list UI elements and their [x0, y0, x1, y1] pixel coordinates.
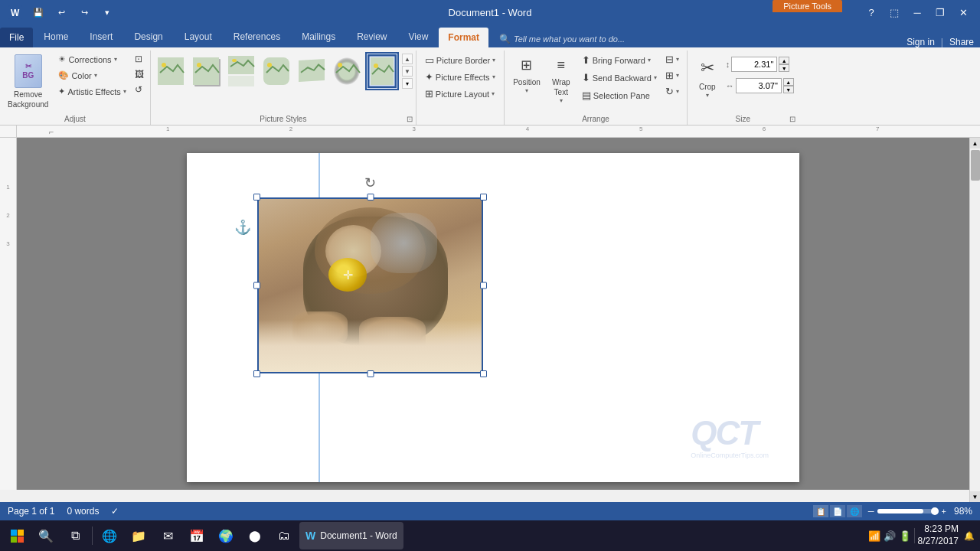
picture-style-3[interactable]: [224, 52, 258, 90]
sign-in-button[interactable]: Sign in: [906, 37, 935, 47]
change-picture-button[interactable]: 🖼: [132, 67, 147, 81]
picture-border-button[interactable]: ▭ Picture Border ▾: [421, 52, 499, 68]
wrap-text-button[interactable]: ≡ WrapText ▾: [546, 52, 577, 107]
word-taskbar-item[interactable]: W Document1 - Word: [299, 522, 403, 549]
zoom-in-button[interactable]: +: [942, 507, 946, 516]
tab-review[interactable]: Review: [346, 26, 397, 47]
group-button[interactable]: ⊞ ▾: [662, 68, 682, 83]
handle-sw[interactable]: [253, 370, 260, 377]
scroll-thumb[interactable]: [971, 150, 980, 181]
tab-mailings[interactable]: Mailings: [291, 26, 346, 47]
tab-view[interactable]: View: [398, 26, 439, 47]
vertical-scrollbar[interactable]: ▲ ▼: [969, 138, 980, 502]
share-button[interactable]: Share: [949, 37, 974, 47]
notes-view-button[interactable]: 📋: [813, 505, 828, 517]
picture-style-7[interactable]: [365, 52, 399, 90]
picture-effects-button[interactable]: ✦ Picture Effects ▾: [421, 69, 499, 85]
task-view-button[interactable]: ⧉: [61, 522, 89, 549]
zoom-level[interactable]: 98%: [949, 506, 972, 517]
help-button[interactable]: ?: [861, 4, 882, 21]
position-button[interactable]: ⊞ Position ▾: [509, 52, 544, 97]
picture-style-1[interactable]: [154, 52, 188, 90]
notification-button[interactable]: 🔔: [962, 522, 977, 549]
tab-home[interactable]: Home: [33, 26, 79, 47]
handle-nw[interactable]: [253, 194, 260, 201]
height-input[interactable]: [731, 57, 777, 72]
send-backward-button[interactable]: ⬇ Send Backward ▾: [578, 70, 661, 86]
search-button[interactable]: 🔍: [32, 522, 60, 549]
proofing-icon[interactable]: ✓: [111, 506, 119, 517]
bring-forward-button[interactable]: ⬆ Bring Forward ▾: [578, 52, 661, 68]
tab-file[interactable]: File: [0, 28, 33, 47]
handle-w[interactable]: [253, 282, 260, 289]
files-button[interactable]: 🗂: [270, 522, 298, 549]
undo-button[interactable]: ↩: [52, 4, 70, 21]
picture-style-6[interactable]: [330, 52, 364, 90]
zoom-slider[interactable]: [877, 509, 939, 514]
tab-references[interactable]: References: [223, 26, 291, 47]
start-button[interactable]: [3, 522, 31, 549]
svg-rect-20: [11, 536, 17, 543]
picture-layout-button[interactable]: ⊞ Picture Layout ▾: [421, 86, 498, 102]
remove-background-label: RemoveBackground: [8, 90, 48, 109]
picture-styles-expand[interactable]: ⊡: [407, 115, 413, 123]
document-scroll-area[interactable]: ↻ ⚓: [17, 138, 969, 490]
gallery-scroll-up[interactable]: ▲: [402, 54, 413, 64]
explorer-button[interactable]: 📁: [125, 522, 152, 549]
width-down[interactable]: ▼: [783, 86, 794, 93]
picture-style-5[interactable]: [295, 52, 328, 90]
customize-qat-button[interactable]: ▾: [98, 4, 116, 21]
size-expand[interactable]: ⊡: [789, 115, 795, 123]
volume-icon[interactable]: 🔊: [884, 530, 896, 542]
redo-button[interactable]: ↪: [75, 4, 93, 21]
browser-button[interactable]: 🌍: [212, 522, 240, 549]
scroll-up-button[interactable]: ▲: [970, 138, 981, 148]
rotate-button[interactable]: ↻ ▾: [662, 84, 682, 99]
save-button[interactable]: 💾: [29, 4, 47, 21]
align-button[interactable]: ⊟ ▾: [662, 52, 682, 67]
remove-background-button[interactable]: ✂BG RemoveBackground: [3, 52, 53, 112]
minimize-button[interactable]: ─: [906, 4, 928, 21]
reset-picture-button[interactable]: ↺: [132, 83, 147, 96]
tab-layout[interactable]: Layout: [174, 26, 223, 47]
tab-insert[interactable]: Insert: [79, 26, 123, 47]
mail-button[interactable]: ✉: [154, 522, 181, 549]
web-layout-button[interactable]: 🌐: [847, 505, 862, 517]
close-button[interactable]: ✕: [952, 4, 974, 21]
corrections-button[interactable]: ☀ Corrections ▾: [54, 52, 129, 67]
tab-design[interactable]: Design: [123, 26, 173, 47]
crop-button[interactable]: ✂ Crop ▾: [692, 52, 723, 102]
height-down[interactable]: ▼: [779, 64, 789, 72]
handle-s[interactable]: [367, 370, 374, 377]
color-button[interactable]: 🎨 Color ▾: [54, 68, 129, 83]
handle-e[interactable]: [480, 282, 487, 289]
picture-style-2[interactable]: [189, 52, 223, 90]
width-up[interactable]: ▲: [783, 78, 794, 86]
handle-n[interactable]: [367, 194, 374, 201]
taskbar-clock[interactable]: 8:23 PM 8/27/2017: [918, 523, 959, 547]
handle-ne[interactable]: [480, 194, 487, 201]
width-input[interactable]: [736, 78, 782, 93]
height-up[interactable]: ▲: [779, 57, 789, 64]
print-layout-button[interactable]: 📄: [830, 505, 845, 517]
gallery-scroll-down[interactable]: ▼: [402, 66, 413, 77]
network-icon[interactable]: 📶: [868, 530, 880, 542]
compress-pictures-button[interactable]: ⊡: [132, 52, 147, 66]
calendar-button[interactable]: 📅: [183, 522, 211, 549]
zoom-out-button[interactable]: ─: [868, 507, 874, 516]
picture-style-4[interactable]: [260, 52, 293, 90]
selected-image-container[interactable]: ↻ ⚓: [257, 197, 483, 373]
restore-button[interactable]: ❐: [929, 4, 951, 21]
scroll-down-button[interactable]: ▼: [970, 491, 981, 502]
handle-se[interactable]: [480, 370, 487, 377]
tab-format[interactable]: Format: [439, 28, 488, 47]
gallery-expand[interactable]: ▾: [402, 78, 413, 89]
edge-button[interactable]: 🌐: [96, 522, 123, 549]
rotate-handle[interactable]: ↻: [364, 174, 376, 191]
artistic-effects-button[interactable]: ✦ Artistic Effects ▾: [54, 84, 129, 99]
battery-icon[interactable]: 🔋: [899, 530, 911, 542]
tell-me-input[interactable]: 🔍 Tell me what you want to do...: [492, 31, 632, 47]
chrome-button[interactable]: ⬤: [241, 522, 269, 549]
ribbon-display-button[interactable]: ⬚: [884, 4, 905, 21]
selection-pane-button[interactable]: ▤ Selection Pane: [578, 87, 661, 103]
